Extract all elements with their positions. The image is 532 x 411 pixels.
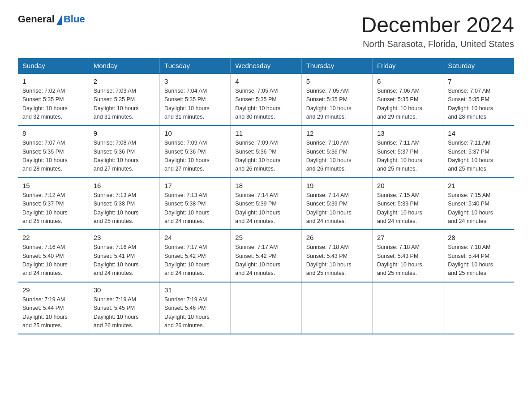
day-number: 13 xyxy=(377,129,438,137)
page-header: General Blue December 2024 North Sarasot… xyxy=(18,13,514,49)
calendar-cell: 11 Sunrise: 7:09 AM Sunset: 5:36 PM Dayl… xyxy=(231,125,301,178)
calendar-title: December 2024 xyxy=(361,13,514,37)
weekday-header-row: SundayMondayTuesdayWednesdayThursdayFrid… xyxy=(18,58,514,73)
calendar-cell xyxy=(443,282,514,334)
calendar-week-row: 8 Sunrise: 7:07 AM Sunset: 5:35 PM Dayli… xyxy=(18,125,514,178)
calendar-cell: 13 Sunrise: 7:11 AM Sunset: 5:37 PM Dayl… xyxy=(372,125,443,178)
day-info: Sunrise: 7:19 AM Sunset: 5:46 PM Dayligh… xyxy=(164,295,226,330)
day-info: Sunrise: 7:14 AM Sunset: 5:39 PM Dayligh… xyxy=(306,191,368,226)
calendar-cell xyxy=(301,282,372,334)
calendar-cell: 16 Sunrise: 7:13 AM Sunset: 5:38 PM Dayl… xyxy=(89,178,159,230)
day-info: Sunrise: 7:09 AM Sunset: 5:36 PM Dayligh… xyxy=(164,139,226,174)
day-info: Sunrise: 7:03 AM Sunset: 5:35 PM Dayligh… xyxy=(94,87,155,122)
weekday-header-thursday: Thursday xyxy=(301,58,372,73)
day-info: Sunrise: 7:15 AM Sunset: 5:40 PM Dayligh… xyxy=(448,191,510,226)
calendar-cell: 20 Sunrise: 7:15 AM Sunset: 5:39 PM Dayl… xyxy=(372,178,443,230)
calendar-table: SundayMondayTuesdayWednesdayThursdayFrid… xyxy=(18,58,514,335)
day-info: Sunrise: 7:08 AM Sunset: 5:36 PM Dayligh… xyxy=(94,139,155,174)
weekday-header-wednesday: Wednesday xyxy=(231,58,301,73)
weekday-header-sunday: Sunday xyxy=(18,58,89,73)
day-number: 26 xyxy=(306,234,368,241)
calendar-header: SundayMondayTuesdayWednesdayThursdayFrid… xyxy=(18,58,514,73)
day-number: 31 xyxy=(164,286,226,294)
calendar-week-row: 29 Sunrise: 7:19 AM Sunset: 5:44 PM Dayl… xyxy=(18,282,514,334)
day-number: 7 xyxy=(448,77,510,85)
calendar-cell: 5 Sunrise: 7:05 AM Sunset: 5:35 PM Dayli… xyxy=(301,73,372,126)
day-number: 18 xyxy=(235,182,296,189)
day-number: 19 xyxy=(306,182,368,189)
day-info: Sunrise: 7:10 AM Sunset: 5:36 PM Dayligh… xyxy=(306,139,368,174)
day-number: 2 xyxy=(94,77,155,85)
day-info: Sunrise: 7:18 AM Sunset: 5:43 PM Dayligh… xyxy=(306,243,368,278)
day-number: 21 xyxy=(448,182,510,189)
logo-text-blue: Blue xyxy=(64,13,85,25)
day-info: Sunrise: 7:09 AM Sunset: 5:36 PM Dayligh… xyxy=(235,139,296,174)
weekday-header-saturday: Saturday xyxy=(443,58,514,73)
weekday-header-friday: Friday xyxy=(372,58,443,73)
calendar-week-row: 22 Sunrise: 7:16 AM Sunset: 5:40 PM Dayl… xyxy=(18,230,514,282)
day-number: 6 xyxy=(377,77,438,85)
day-info: Sunrise: 7:19 AM Sunset: 5:45 PM Dayligh… xyxy=(94,295,155,330)
day-number: 12 xyxy=(306,129,368,137)
calendar-cell: 30 Sunrise: 7:19 AM Sunset: 5:45 PM Dayl… xyxy=(89,282,159,334)
day-number: 1 xyxy=(22,77,84,85)
calendar-cell: 24 Sunrise: 7:17 AM Sunset: 5:42 PM Dayl… xyxy=(160,230,231,282)
calendar-cell: 28 Sunrise: 7:18 AM Sunset: 5:44 PM Dayl… xyxy=(443,230,514,282)
day-info: Sunrise: 7:13 AM Sunset: 5:38 PM Dayligh… xyxy=(94,191,155,226)
weekday-header-tuesday: Tuesday xyxy=(160,58,231,73)
day-info: Sunrise: 7:15 AM Sunset: 5:39 PM Dayligh… xyxy=(377,191,438,226)
day-number: 4 xyxy=(235,77,296,85)
calendar-week-row: 1 Sunrise: 7:02 AM Sunset: 5:35 PM Dayli… xyxy=(18,73,514,126)
day-info: Sunrise: 7:04 AM Sunset: 5:35 PM Dayligh… xyxy=(164,87,226,122)
day-info: Sunrise: 7:17 AM Sunset: 5:42 PM Dayligh… xyxy=(164,243,226,278)
weekday-header-monday: Monday xyxy=(89,58,159,73)
calendar-cell: 17 Sunrise: 7:13 AM Sunset: 5:38 PM Dayl… xyxy=(160,178,231,230)
day-info: Sunrise: 7:05 AM Sunset: 5:35 PM Dayligh… xyxy=(235,87,296,122)
calendar-cell xyxy=(231,282,301,334)
calendar-cell: 15 Sunrise: 7:12 AM Sunset: 5:37 PM Dayl… xyxy=(18,178,89,230)
calendar-cell: 18 Sunrise: 7:14 AM Sunset: 5:39 PM Dayl… xyxy=(231,178,301,230)
calendar-cell: 4 Sunrise: 7:05 AM Sunset: 5:35 PM Dayli… xyxy=(231,73,301,126)
calendar-cell: 6 Sunrise: 7:06 AM Sunset: 5:35 PM Dayli… xyxy=(372,73,443,126)
day-info: Sunrise: 7:18 AM Sunset: 5:44 PM Dayligh… xyxy=(448,243,510,278)
calendar-cell: 26 Sunrise: 7:18 AM Sunset: 5:43 PM Dayl… xyxy=(301,230,372,282)
day-number: 30 xyxy=(94,286,155,294)
day-number: 23 xyxy=(94,234,155,241)
calendar-cell: 10 Sunrise: 7:09 AM Sunset: 5:36 PM Dayl… xyxy=(160,125,231,178)
day-number: 11 xyxy=(235,129,296,137)
calendar-cell: 31 Sunrise: 7:19 AM Sunset: 5:46 PM Dayl… xyxy=(160,282,231,334)
calendar-cell: 25 Sunrise: 7:17 AM Sunset: 5:42 PM Dayl… xyxy=(231,230,301,282)
day-number: 27 xyxy=(377,234,438,241)
title-area: December 2024 North Sarasota, Florida, U… xyxy=(361,13,514,49)
logo-triangle-icon xyxy=(56,15,62,25)
day-number: 24 xyxy=(164,234,226,241)
logo: General Blue xyxy=(18,13,85,25)
day-info: Sunrise: 7:07 AM Sunset: 5:35 PM Dayligh… xyxy=(448,87,510,122)
day-info: Sunrise: 7:16 AM Sunset: 5:40 PM Dayligh… xyxy=(22,243,84,278)
calendar-cell: 3 Sunrise: 7:04 AM Sunset: 5:35 PM Dayli… xyxy=(160,73,231,126)
day-info: Sunrise: 7:19 AM Sunset: 5:44 PM Dayligh… xyxy=(22,295,84,330)
calendar-cell: 7 Sunrise: 7:07 AM Sunset: 5:35 PM Dayli… xyxy=(443,73,514,126)
calendar-cell xyxy=(372,282,443,334)
day-info: Sunrise: 7:14 AM Sunset: 5:39 PM Dayligh… xyxy=(235,191,296,226)
day-number: 25 xyxy=(235,234,296,241)
day-info: Sunrise: 7:06 AM Sunset: 5:35 PM Dayligh… xyxy=(377,87,438,122)
day-info: Sunrise: 7:17 AM Sunset: 5:42 PM Dayligh… xyxy=(235,243,296,278)
calendar-cell: 14 Sunrise: 7:11 AM Sunset: 5:37 PM Dayl… xyxy=(443,125,514,178)
day-info: Sunrise: 7:11 AM Sunset: 5:37 PM Dayligh… xyxy=(377,139,438,174)
day-info: Sunrise: 7:18 AM Sunset: 5:43 PM Dayligh… xyxy=(377,243,438,278)
day-number: 9 xyxy=(94,129,155,137)
day-info: Sunrise: 7:02 AM Sunset: 5:35 PM Dayligh… xyxy=(22,87,84,122)
calendar-body: 1 Sunrise: 7:02 AM Sunset: 5:35 PM Dayli… xyxy=(18,73,514,334)
day-number: 22 xyxy=(22,234,84,241)
logo-text-general: General xyxy=(18,13,55,25)
day-number: 17 xyxy=(164,182,226,189)
calendar-cell: 21 Sunrise: 7:15 AM Sunset: 5:40 PM Dayl… xyxy=(443,178,514,230)
day-number: 15 xyxy=(22,182,84,189)
day-number: 29 xyxy=(22,286,84,294)
day-number: 28 xyxy=(448,234,510,241)
day-number: 3 xyxy=(164,77,226,85)
day-number: 16 xyxy=(94,182,155,189)
day-info: Sunrise: 7:12 AM Sunset: 5:37 PM Dayligh… xyxy=(22,191,84,226)
calendar-cell: 2 Sunrise: 7:03 AM Sunset: 5:35 PM Dayli… xyxy=(89,73,159,126)
